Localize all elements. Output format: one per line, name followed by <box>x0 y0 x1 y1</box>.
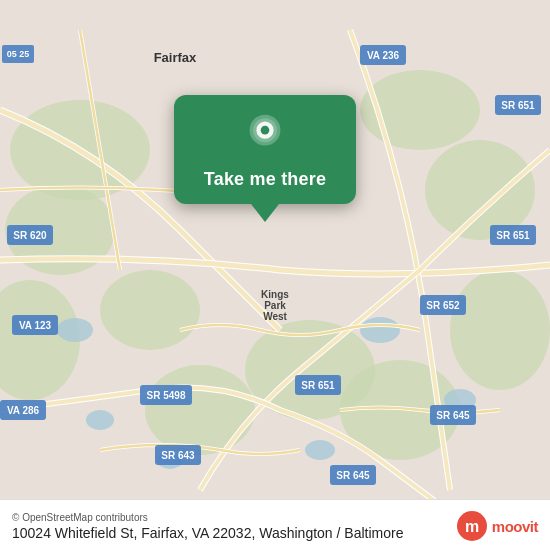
svg-text:SR 645: SR 645 <box>436 410 470 421</box>
map-container[interactable]: VA 236 SR 651 SR 651 SR 620 VA 123 SR 65… <box>0 0 550 550</box>
moovit-brand-icon: m <box>456 510 488 542</box>
svg-text:Fairfax: Fairfax <box>154 50 197 65</box>
svg-text:VA 286: VA 286 <box>7 405 40 416</box>
svg-text:SR 651: SR 651 <box>496 230 530 241</box>
svg-text:SR 652: SR 652 <box>426 300 460 311</box>
svg-text:SR 651: SR 651 <box>501 100 535 111</box>
svg-text:Kings: Kings <box>261 289 289 300</box>
map-background: VA 236 SR 651 SR 651 SR 620 VA 123 SR 65… <box>0 0 550 550</box>
svg-point-15 <box>305 440 335 460</box>
svg-point-10 <box>100 270 200 350</box>
svg-point-8 <box>145 365 255 455</box>
moovit-brand-name: moovit <box>492 518 538 535</box>
popup-label: Take me there <box>204 169 326 190</box>
location-pin-icon <box>241 113 289 161</box>
svg-text:West: West <box>263 311 287 322</box>
svg-point-50 <box>261 126 270 135</box>
moovit-logo: m moovit <box>456 510 538 542</box>
svg-text:05 25: 05 25 <box>7 49 30 59</box>
svg-text:SR 651: SR 651 <box>301 380 335 391</box>
svg-text:SR 5498: SR 5498 <box>147 390 186 401</box>
svg-text:SR 620: SR 620 <box>13 230 47 241</box>
osm-credit: © OpenStreetMap contributors <box>12 512 403 523</box>
svg-text:SR 645: SR 645 <box>336 470 370 481</box>
address-text: 10024 Whitefield St, Fairfax, VA 22032, … <box>12 525 403 541</box>
bottom-bar: © OpenStreetMap contributors 10024 White… <box>0 499 550 550</box>
svg-point-13 <box>360 317 400 343</box>
svg-text:m: m <box>465 518 479 535</box>
svg-text:SR 643: SR 643 <box>161 450 195 461</box>
popup[interactable]: Take me there <box>150 95 380 222</box>
popup-triangle <box>251 204 279 222</box>
svg-text:VA 123: VA 123 <box>19 320 52 331</box>
svg-text:Park: Park <box>264 300 286 311</box>
svg-point-12 <box>86 410 114 430</box>
popup-box[interactable]: Take me there <box>174 95 356 204</box>
svg-point-6 <box>450 270 550 390</box>
svg-text:VA 236: VA 236 <box>367 50 400 61</box>
bottom-left: © OpenStreetMap contributors 10024 White… <box>12 512 403 541</box>
svg-point-11 <box>57 318 93 342</box>
